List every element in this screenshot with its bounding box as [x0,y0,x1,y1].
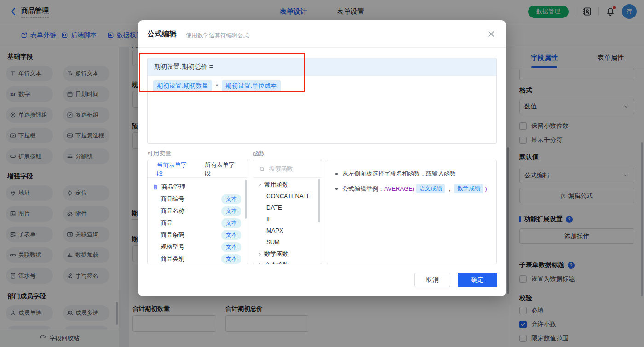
modal-subtitle: 使用数学运算符编辑公式 [186,32,249,40]
variable-type-badge: 文本 [221,230,242,240]
variable-field-name: 商品名称 [161,207,184,215]
formula-field-chip[interactable]: 期初设置.期初数量 [153,80,212,91]
function-search[interactable]: 搜索函数 [253,160,322,178]
variables-tab-所有表单字段[interactable]: 所有表单字段 [205,161,239,177]
help-tip-1: 从左侧面板选择字段名和函数，或输入函数 [335,170,488,178]
close-icon[interactable] [487,29,496,39]
variables-root-label: 商品管理 [161,183,185,191]
document-icon [152,184,159,190]
variable-field-name: 商品类别 [161,255,184,263]
function-item[interactable]: DATE [266,204,282,211]
variable-field-name: 商品编号 [161,195,184,203]
formula-operator: * [216,82,218,90]
confirm-button[interactable]: 确定 [458,273,497,287]
variables-panel: 当前表单字段所有表单字段 商品管理商品编号文本商品名称文本商品文本商品条码文本规… [147,160,248,264]
function-item[interactable]: MAPX [266,227,283,234]
functions-scrollbar[interactable] [318,179,320,222]
modal-title: 公式编辑 [147,29,177,39]
variable-field-row[interactable]: 商品名称文本 [148,205,248,216]
function-group-label: 文本函数 [264,261,288,264]
variable-field-row[interactable]: 商品条码文本 [148,229,248,240]
function-item[interactable]: IF [266,216,272,222]
divider [138,47,506,48]
formula-help-panel: 从左侧面板选择字段名和函数，或输入函数 公式编辑举例：AVERAGE(语文成绩，… [327,160,497,264]
cancel-button[interactable]: 取消 [414,273,450,287]
variable-type-badge: 文本 [221,218,242,228]
formula-expression: 期初设置.期初数量*期初设置.单位成本 [148,76,496,96]
variable-field-row[interactable]: 商品文本 [148,217,248,228]
variable-type-badge: 文本 [221,194,242,204]
variable-field-row[interactable]: 规格型号文本 [148,241,248,252]
variable-field-row[interactable]: 商品类别文本 [148,253,248,264]
variables-tabs: 当前表单字段所有表单字段 [148,160,248,178]
example-field-chip: 数学成绩 [454,184,483,193]
formula-editor[interactable]: 期初设置.期初总价 = 期初设置.期初数量*期初设置.单位成本 [147,58,497,144]
formula-edit-modal: 公式编辑 使用数学运算符编辑公式 期初设置.期初总价 = 期初设置.期初数量*期… [138,20,506,296]
chevron-right-icon [257,251,263,257]
search-icon [259,166,265,172]
function-group-数学函数[interactable]: 数学函数 [257,250,288,258]
variables-tab-当前表单字段[interactable]: 当前表单字段 [157,161,191,177]
variables-root-row[interactable]: 商品管理 [148,182,248,193]
variable-type-badge: 文本 [221,254,242,264]
chevron-right-icon [257,262,263,264]
variable-field-name: 商品条码 [161,231,184,239]
formula-field-chip[interactable]: 期初设置.单位成本 [222,80,281,91]
variables-scrollbar[interactable] [245,180,247,219]
help-tip-2: 公式编辑举例：AVERAGE(语文成绩，数学成绩) [335,184,488,193]
bullet [335,188,338,190]
variable-field-name: 商品 [161,219,172,227]
variable-field-name: 规格型号 [161,243,184,251]
functions-label: 函数 [253,149,265,158]
example-field-chip: 语文成绩 [416,184,445,193]
formula-target: 期初设置.期初总价 = [148,58,496,76]
function-group-label: 数学函数 [264,250,288,258]
chevron-down-icon [257,182,263,188]
variables-label: 可用变量 [147,149,171,158]
variable-type-badge: 文本 [221,242,242,252]
variable-type-badge: 文本 [221,206,242,216]
bullet [335,173,338,175]
function-group-文本函数[interactable]: 文本函数 [257,261,288,264]
function-group-常用函数[interactable]: 常用函数 [257,181,288,189]
form-designer-screen: 商品管理 表单设计表单设置 数据管理 存 表单外链后端脚本数据权限 预览 保存 … [0,0,644,347]
functions-panel: 搜索函数 常用函数CONCATENATEDATEIFMAPXSUM数学函数文本函… [253,160,322,264]
function-search-placeholder: 搜索函数 [269,165,293,173]
function-group-label: 常用函数 [264,181,288,189]
function-item[interactable]: CONCATENATE [266,193,310,199]
variable-field-row[interactable]: 商品编号文本 [148,193,248,205]
function-item[interactable]: SUM [266,239,280,245]
